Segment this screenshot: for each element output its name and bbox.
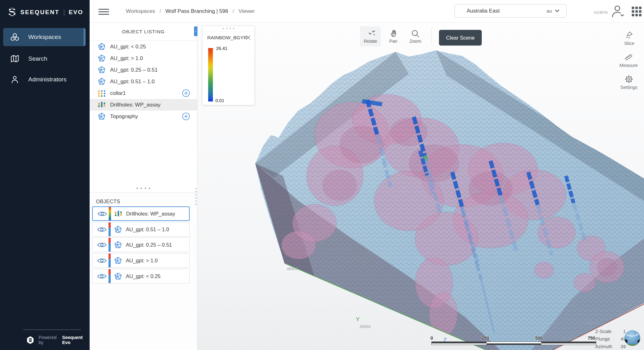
brand-name: SEEQUENT (20, 9, 60, 16)
pan-tool-button[interactable]: Pan (383, 26, 404, 46)
object-listing-row-highlighted[interactable]: Drillholes: WP_assay (90, 99, 197, 111)
object-colormap-strip (108, 238, 111, 252)
object-colormap-strip (108, 254, 111, 267)
object-listing-row[interactable]: collar1 (90, 87, 197, 99)
account-menu-button[interactable] (611, 5, 625, 18)
scale-tick: 500 (535, 336, 542, 341)
colormap-gradient-bar (208, 48, 213, 101)
seequent-s-logo-icon: S (8, 7, 16, 18)
legend-title: RAINBOW_BGYR (207, 35, 247, 41)
app-window: S SEEQUENT | EVO Workspaces Search (0, 0, 644, 350)
object-listing-list: AU_gpt: < 0.25 AU_gpt: > 1.0 AU_gpt: 0.2… (90, 41, 197, 122)
object-listing-row[interactable]: AU_gpt: 0.25 – 0.51 (90, 64, 197, 76)
chevron-down-icon (555, 9, 559, 12)
svg-text:45600: 45600 (587, 321, 598, 325)
3d-viewport[interactable]: 49400 49350 45800 45600 45400 Y Z RAINBO… (197, 23, 644, 350)
visibility-eye-icon[interactable] (97, 242, 107, 248)
breadcrumb: Workspaces / Wolf Pass Branching | 596 /… (126, 0, 255, 23)
object-listing-row[interactable]: Topography (90, 111, 197, 122)
3d-scene-canvas: 49400 49350 45800 45600 45400 Y Z (197, 23, 644, 350)
powered-by: Powered by Seequent Evo (26, 335, 90, 345)
object-colormap-strip (108, 222, 111, 236)
drillholes-icon (114, 210, 123, 218)
zoom-tool-button[interactable]: Zoom (405, 26, 426, 46)
breadcrumb-workspace-name[interactable]: Wolf Pass Branching | 596 (165, 8, 228, 14)
surface-mesh-icon (114, 256, 122, 265)
scale-tick: 250 (482, 336, 489, 341)
surface-mesh-icon (114, 272, 122, 281)
add-to-scene-button[interactable] (182, 112, 190, 121)
panel-resize-handle[interactable] (195, 186, 197, 207)
app-grid-icon[interactable] (631, 6, 642, 17)
scene-object-card[interactable]: AU_gpt: < 0.25 (92, 269, 190, 283)
settings-tool[interactable]: Settings (615, 75, 643, 90)
breadcrumb-viewer: Viewer (238, 8, 255, 14)
panel-collapse-tab[interactable]: ‹ (194, 26, 197, 36)
object-colormap-strip (109, 207, 111, 220)
clear-scene-button[interactable]: Clear Scene (439, 30, 482, 46)
seequent-evo-hex-icon (26, 336, 34, 345)
azimuth-label: Azimuth (595, 344, 612, 349)
rotate-icon (366, 29, 375, 38)
person-icon (10, 75, 19, 84)
toolbar-divider (431, 29, 432, 44)
powered-by-brand: Seequent Evo (62, 335, 90, 345)
add-to-scene-button[interactable] (182, 89, 190, 97)
menu-toggle-icon[interactable] (98, 7, 109, 15)
svg-text:45400: 45400 (563, 337, 574, 342)
visibility-eye-icon[interactable] (97, 226, 107, 233)
region-selector[interactable]: Australia East au (454, 4, 567, 18)
slice-tool[interactable]: Slice (615, 31, 643, 46)
objects-panel-title: OBJECTS (96, 199, 120, 205)
scene-object-card[interactable]: AU_gpt: 0.51 – 1.0 (92, 222, 190, 237)
left-panel-column: OBJECT LISTING ‹ AU_gpt: < 0.25 AU_gpt: … (90, 23, 197, 350)
surface-mesh-icon (97, 42, 106, 51)
legend-min-value: 0.01 (215, 98, 224, 103)
svg-text:49400: 49400 (287, 267, 298, 271)
scene-object-card[interactable]: AU_gpt: 0.25 – 0.51 (92, 238, 190, 252)
surface-mesh-icon (97, 66, 106, 74)
account-icon (611, 5, 625, 18)
panel-splitter-handle[interactable] (90, 184, 197, 192)
sidebar-item-search[interactable]: Search (3, 51, 86, 67)
gear-icon (625, 75, 633, 84)
visibility-eye-icon[interactable] (97, 211, 107, 217)
surface-mesh-icon (114, 225, 122, 234)
points-grid-icon (97, 89, 106, 97)
object-listing-row[interactable]: AU_gpt: > 1.0 (90, 52, 197, 64)
sidebar-footer-divider (23, 330, 81, 330)
sidebar-item-workspaces[interactable]: Workspaces (3, 28, 86, 46)
rotate-tool-button[interactable]: Rotate (360, 26, 381, 46)
breadcrumb-workspaces[interactable]: Workspaces (126, 8, 155, 14)
sidebar-item-label: Administrators (28, 76, 66, 83)
visibility-eye-icon[interactable] (97, 257, 107, 264)
visibility-eye-icon[interactable] (97, 273, 107, 280)
measure-tool[interactable]: Measure (614, 53, 643, 68)
surface-mesh-icon (97, 77, 106, 86)
scale-tick: 750 (588, 336, 595, 341)
brand-product: EVO (69, 9, 83, 16)
sidebar-item-label: Search (28, 55, 47, 62)
colormap-legend-panel[interactable]: RAINBOW_BGYR 26.41 0.01 (202, 26, 255, 105)
region-code: au (547, 8, 552, 14)
orientation-ball[interactable] (624, 330, 641, 347)
legend-drag-handle[interactable] (203, 26, 254, 31)
object-listing-row[interactable]: AU_gpt: < 0.25 (90, 41, 197, 52)
legend-max-value: 26.41 (216, 46, 227, 51)
drillholes-icon (97, 101, 106, 109)
object-listing-title: OBJECT LISTING (90, 23, 197, 41)
top-bar: Workspaces / Wolf Pass Branching | 596 /… (90, 0, 644, 23)
zscale-label: Z-Scale (595, 329, 612, 334)
ruler-icon (624, 53, 633, 62)
slice-knife-icon (625, 31, 634, 40)
object-listing-row[interactable]: AU_gpt: 0.51 – 1.0 (90, 76, 197, 87)
pan-hand-icon (389, 29, 398, 38)
scene-object-card-selected[interactable]: Drillholes: WP_assay (92, 206, 190, 221)
close-icon[interactable] (245, 35, 251, 41)
sidebar-item-administrators[interactable]: Administrators (3, 71, 86, 88)
main-sidebar: S SEEQUENT | EVO Workspaces Search (0, 0, 90, 350)
brand-divider: | (63, 9, 65, 16)
workspaces-icon (10, 32, 19, 42)
powered-by-text: Powered by (39, 335, 61, 345)
scene-object-card[interactable]: AU_gpt: > 1.0 (92, 253, 190, 268)
